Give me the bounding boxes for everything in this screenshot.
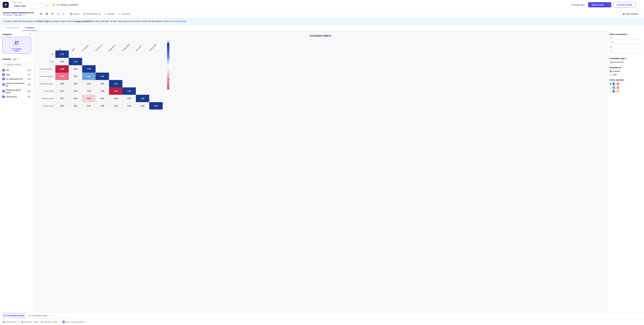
file-meta: Full dataset: 1.0k rows ✏ [3, 14, 34, 16]
column-item-process-temp[interactable]: Process temperature [K] 123 [0, 81, 33, 88]
matrix-cell-0-4 [109, 50, 122, 58]
correlation-matrix-card[interactable]: Correlationmatrix [2, 37, 31, 54]
matrix-cell-2-6 [136, 65, 149, 72]
analytics-label: Analytics [2, 33, 12, 36]
min-filter-input[interactable] [610, 40, 642, 44]
list-icon [40, 13, 42, 15]
visualize-numeric-radio[interactable] [610, 70, 612, 72]
search-columns-input[interactable] [7, 64, 30, 66]
data-visualizer-button[interactable]: Data visualizer [620, 12, 641, 16]
column-item-udi[interactable]: UDI 123 [0, 68, 33, 72]
matrix-cell-3-5 [122, 72, 136, 80]
grid-view-button[interactable] [44, 12, 50, 16]
column-item-torque[interactable]: Torque [Nm] 123 [0, 94, 33, 99]
svg-rect-20 [15, 41, 16, 42]
column-name-rotational-speed: Rotational speed [rpm] [6, 89, 26, 94]
matrix-cell-7-2: 0.02 [82, 102, 96, 110]
status-bar: Total columns: 9 Total rows: 1,000 Total… [0, 319, 644, 325]
replace-button[interactable]: Replace [102, 12, 116, 16]
bottom-tab-correlation-matrix-2[interactable]: Correlation matrix ▾ [26, 312, 52, 319]
column-name-torque: Torque [Nm] [6, 96, 26, 98]
swatch-blue-red-radio[interactable] [610, 83, 612, 85]
search-button[interactable] [55, 12, 61, 16]
column-item-type[interactable]: Type Abc [0, 72, 33, 77]
column-checkbox-air-temp[interactable] [2, 78, 5, 80]
matrix-cell-1-2 [82, 58, 96, 65]
swatch-green-red-row[interactable] [610, 86, 642, 89]
swatch-green-red-radio[interactable] [610, 86, 612, 89]
total-columns-status: Total columns: 9 [3, 321, 18, 323]
preview-model-button[interactable]: Preview model [613, 2, 636, 8]
visualize-size-radio[interactable] [610, 74, 612, 76]
svg-rect-19 [624, 13, 624, 15]
svg-rect-5 [46, 14, 46, 15]
visualize-size-option[interactable]: Size [610, 74, 642, 76]
matrix-title: Correlation Matrix [37, 34, 604, 37]
column-checkbox-process-temp[interactable] [2, 83, 5, 86]
right-panel: Filter correlations i Min Max Correlatio… [607, 31, 644, 325]
matrix-cell-6-4: -0.02 [109, 95, 122, 102]
functions-button[interactable]: Σ Functions [116, 12, 132, 16]
columns-label: Columns [2, 58, 11, 60]
column-checkbox-type[interactable] [2, 74, 5, 76]
quick-build-dropdown-button[interactable]: ▾ [607, 2, 611, 8]
app-logo[interactable] [3, 2, 9, 8]
extract-button[interactable]: Extract [68, 12, 81, 16]
cells-status-icon [41, 321, 43, 323]
quick-build-button[interactable]: Quick build [588, 2, 607, 8]
analytics-collapse-button[interactable]: ▾ [30, 33, 31, 36]
list-view-button[interactable] [38, 12, 44, 16]
sort-button[interactable] [61, 12, 67, 16]
bottom-tab-correlation-matrix-1[interactable]: Correlation matrix [2, 312, 26, 319]
swatch-orange-row[interactable] [610, 90, 642, 92]
column-checkbox-rotational-speed[interactable] [2, 90, 5, 92]
data-visualizer-label: Data visualizer [626, 13, 639, 15]
column-checkbox-torque[interactable] [2, 96, 5, 98]
bottom-tab-label-1: Correlation matrix [7, 314, 24, 317]
matrix-cell-6-1: 0.04 [69, 95, 82, 102]
column-name-air-temp: Air temperature [K] [6, 78, 26, 80]
change-type-button[interactable]: Change type [570, 2, 586, 7]
total-columns-label: Total columns: 9 [5, 321, 18, 323]
matrix-cell-7-1: 0.01 [69, 102, 82, 110]
more-options-button[interactable]: ⋮ [638, 3, 641, 7]
tabs-row: Visualizations Analytics [0, 25, 644, 31]
remove-rows-icon [83, 13, 85, 15]
matrix-cell-6-5: 0.03 [122, 95, 136, 102]
visualize-numeric-option[interactable]: Numeric [610, 70, 642, 72]
swatch-orange-radio[interactable] [610, 90, 612, 92]
add-tab-button[interactable]: + [52, 314, 57, 317]
svg-rect-23 [17, 43, 18, 44]
column-item-rotational-speed[interactable]: Rotational speed [rpm] 123 [0, 88, 33, 94]
row-label-torque-[nm]: Torque [Nm] [37, 87, 55, 95]
legend-max-label: 1.00 [167, 40, 170, 42]
svg-rect-0 [40, 13, 42, 14]
show-dropped-label[interactable]: Show dropped columns [66, 321, 85, 323]
column-type-air-temp: 123 [27, 78, 31, 80]
target-column-select[interactable]: Failure Type [12, 4, 49, 8]
column-checkbox-udi[interactable] [2, 69, 5, 72]
color-selection-section: Color selection [610, 79, 642, 92]
workshop-link[interactable]: workshop page [172, 20, 186, 22]
tab-visualizations[interactable]: Visualizations [3, 25, 22, 31]
svg-rect-2 [40, 14, 42, 15]
columns-filter-select[interactable]: All [12, 58, 19, 61]
tab-analytics[interactable]: Analytics [22, 25, 37, 31]
matrix-cell-7-3: 0.02 [96, 102, 109, 110]
swatch-blue-red-row[interactable] [610, 82, 642, 85]
show-dropped-checkbox[interactable] [62, 321, 65, 323]
filter-button[interactable] [50, 12, 55, 16]
svg-text:i: i [628, 34, 629, 36]
matrix-cell-6-7 [149, 95, 163, 102]
svg-rect-33 [5, 316, 6, 316]
svg-rect-4 [47, 13, 48, 14]
max-filter-input[interactable] [610, 48, 642, 53]
column-name-process-temp: Process temperature [K] [6, 82, 26, 87]
column-item-air-temp[interactable]: Air temperature [K] 123 [0, 77, 33, 81]
prediction-type-indicator: 💡 3+ category prediction [52, 3, 78, 6]
matrix-cell-4-3: 0.01 [96, 80, 109, 87]
color-legend: 1.00 0.50 -1.00 [166, 40, 170, 80]
edit-icon[interactable]: ✏ [24, 14, 25, 16]
bottom-tab-dropdown-button[interactable]: ▾ [49, 314, 50, 317]
remove-rows-button[interactable]: Remove rows by [81, 12, 102, 16]
